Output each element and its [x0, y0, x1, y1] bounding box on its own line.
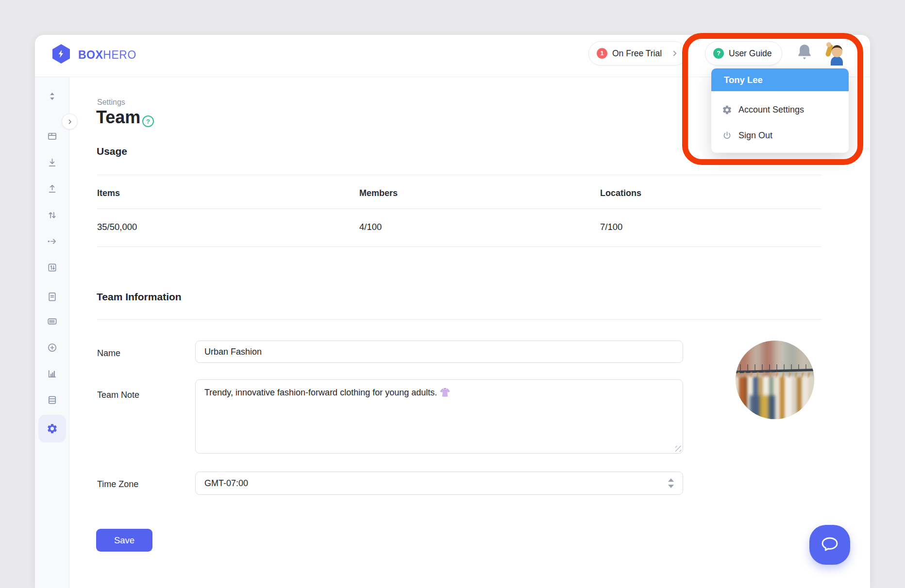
user-avatar[interactable] — [825, 41, 848, 65]
adjust-icon[interactable] — [47, 262, 58, 273]
stock-out-icon[interactable] — [47, 183, 58, 195]
app-window: BOXHERO 1 On Free Trial ? User Guide — [0, 0, 905, 588]
breadcrumb: Settings — [97, 98, 125, 107]
user-guide-button[interactable]: ? User Guide — [705, 41, 782, 65]
name-label: Name — [97, 348, 120, 359]
team-info-divider — [97, 319, 821, 320]
transactions-icon[interactable] — [47, 291, 58, 302]
timezone-label: Time Zone — [97, 479, 138, 490]
chat-fab-button[interactable] — [809, 525, 850, 565]
usage-col-members: Members — [359, 188, 398, 198]
brand-light: HERO — [103, 49, 136, 61]
data-icon[interactable] — [47, 394, 58, 406]
transfer-icon[interactable] — [47, 210, 58, 221]
chevron-right-icon — [66, 118, 74, 126]
select-stepper-icon — [668, 478, 674, 488]
usage-divider-mid — [97, 209, 821, 209]
purchase-icon[interactable] — [47, 342, 58, 353]
user-guide-label: User Guide — [729, 49, 772, 59]
analytics-icon[interactable] — [47, 368, 58, 379]
lightning-bolt-icon — [56, 49, 66, 59]
usage-value-items: 35/50,000 — [97, 222, 137, 232]
sidebar-collapse-button[interactable] — [62, 114, 78, 130]
chat-bubble-icon — [820, 535, 840, 555]
account-settings-label: Account Settings — [738, 105, 804, 115]
chevron-right-icon — [670, 49, 679, 58]
team-photo — [736, 341, 814, 419]
free-trial-label: On Free Trial — [612, 49, 662, 59]
timezone-select[interactable]: GMT-07:00 — [195, 472, 683, 495]
user-menu-name: Tony Lee — [711, 68, 849, 91]
team-info-heading: Team Information — [97, 291, 182, 303]
free-trial-button[interactable]: 1 On Free Trial — [588, 41, 687, 65]
settings-icon[interactable] — [47, 423, 58, 434]
usage-heading: Usage — [97, 146, 127, 157]
question-badge-icon: ? — [713, 48, 724, 59]
notifications-bell-icon[interactable] — [795, 43, 814, 63]
textarea-resize-handle[interactable] — [675, 446, 681, 452]
power-icon — [722, 131, 732, 141]
user-dropdown-menu: Tony Lee Account Settings Sign Out — [711, 68, 849, 153]
move-icon[interactable] — [47, 236, 58, 247]
gear-icon — [722, 105, 732, 115]
usage-divider-bottom — [97, 246, 821, 247]
menu-item-account-settings[interactable]: Account Settings — [711, 98, 849, 121]
stock-in-icon[interactable] — [47, 157, 58, 168]
sign-out-label: Sign Out — [738, 131, 772, 141]
box-icon[interactable] — [47, 131, 58, 142]
trial-badge-icon: 1 — [597, 48, 607, 59]
page-title: Team — [96, 107, 140, 128]
sidebar — [35, 77, 69, 588]
sort-icon[interactable] — [47, 91, 58, 102]
barcode-icon[interactable] — [47, 316, 58, 327]
menu-item-sign-out[interactable]: Sign Out — [711, 124, 849, 147]
brand-name: BOXHERO — [78, 49, 136, 62]
brand-bold: BOX — [78, 49, 103, 61]
usage-value-locations: 7/100 — [600, 222, 622, 232]
help-icon[interactable]: ? — [142, 115, 154, 127]
usage-col-items: Items — [97, 188, 120, 198]
team-note-label: Team Note — [97, 390, 139, 400]
usage-col-locations: Locations — [600, 188, 641, 198]
team-note-textarea[interactable]: Trendy, innovative fashion-forward cloth… — [195, 379, 683, 454]
usage-value-members: 4/100 — [359, 222, 382, 232]
team-name-input[interactable] — [195, 341, 683, 363]
save-button[interactable]: Save — [96, 529, 152, 552]
usage-divider-top — [97, 175, 821, 175]
timezone-value: GMT-07:00 — [204, 478, 248, 489]
